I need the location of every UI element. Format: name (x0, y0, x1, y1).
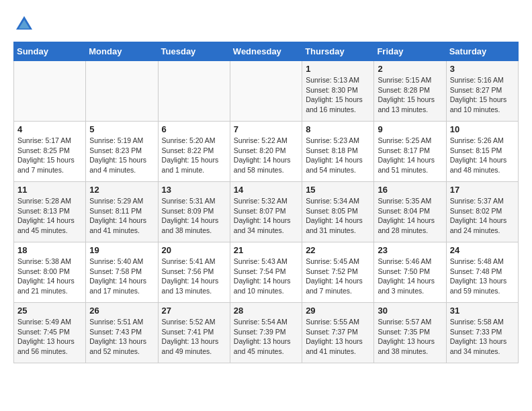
calendar-cell: 23Sunrise: 5:46 AMSunset: 7:50 PMDayligh… (374, 242, 446, 303)
calendar-cell: 1Sunrise: 5:13 AMSunset: 8:30 PMDaylight… (302, 61, 374, 122)
day-info: Sunrise: 5:17 AMSunset: 8:25 PMDaylight:… (17, 136, 82, 175)
day-info: Sunrise: 5:41 AMSunset: 7:56 PMDaylight:… (162, 257, 226, 296)
day-number: 17 (450, 185, 515, 195)
day-info: Sunrise: 5:22 AMSunset: 8:20 PMDaylight:… (234, 136, 298, 175)
calendar-header-thursday: Thursday (302, 42, 374, 61)
calendar-cell: 19Sunrise: 5:40 AMSunset: 7:58 PMDayligh… (86, 242, 158, 303)
day-number: 19 (89, 245, 154, 255)
day-info: Sunrise: 5:43 AMSunset: 7:54 PMDaylight:… (234, 257, 298, 296)
day-number: 14 (234, 185, 298, 195)
day-info: Sunrise: 5:35 AMSunset: 8:04 PMDaylight:… (378, 196, 442, 236)
day-info: Sunrise: 5:37 AMSunset: 8:02 PMDaylight:… (450, 196, 515, 236)
day-number: 25 (17, 306, 82, 316)
calendar-cell: 9Sunrise: 5:25 AMSunset: 8:17 PMDaylight… (374, 122, 446, 182)
calendar-cell: 3Sunrise: 5:16 AMSunset: 8:27 PMDaylight… (446, 61, 518, 122)
day-number: 22 (306, 245, 370, 255)
calendar-header-sunday: Sunday (14, 42, 86, 61)
calendar-cell (158, 61, 230, 122)
day-info: Sunrise: 5:15 AMSunset: 8:28 PMDaylight:… (378, 75, 442, 115)
day-info: Sunrise: 5:55 AMSunset: 7:37 PMDaylight:… (306, 317, 370, 357)
day-info: Sunrise: 5:52 AMSunset: 7:41 PMDaylight:… (162, 317, 226, 357)
calendar-cell: 18Sunrise: 5:38 AMSunset: 8:00 PMDayligh… (14, 242, 86, 303)
calendar-cell: 14Sunrise: 5:32 AMSunset: 8:07 PMDayligh… (230, 182, 302, 242)
calendar-header-wednesday: Wednesday (230, 42, 302, 61)
calendar-cell: 12Sunrise: 5:29 AMSunset: 8:11 PMDayligh… (86, 182, 158, 242)
day-info: Sunrise: 5:26 AMSunset: 8:15 PMDaylight:… (450, 136, 515, 175)
logo (13, 13, 38, 35)
calendar-cell: 7Sunrise: 5:22 AMSunset: 8:20 PMDaylight… (230, 122, 302, 182)
day-info: Sunrise: 5:48 AMSunset: 7:48 PMDaylight:… (450, 257, 515, 296)
calendar-cell (230, 61, 302, 122)
calendar-cell: 16Sunrise: 5:35 AMSunset: 8:04 PMDayligh… (374, 182, 446, 242)
day-number: 1 (306, 64, 370, 74)
calendar-cell: 30Sunrise: 5:57 AMSunset: 7:35 PMDayligh… (374, 303, 446, 363)
day-number: 28 (234, 306, 298, 316)
day-info: Sunrise: 5:34 AMSunset: 8:05 PMDaylight:… (306, 196, 370, 236)
day-number: 21 (234, 245, 298, 255)
day-number: 26 (89, 306, 154, 316)
day-info: Sunrise: 5:51 AMSunset: 7:43 PMDaylight:… (89, 317, 154, 357)
day-number: 11 (17, 185, 82, 195)
calendar-week-row: 11Sunrise: 5:28 AMSunset: 8:13 PMDayligh… (14, 182, 519, 242)
day-number: 12 (89, 185, 154, 195)
calendar-header-friday: Friday (374, 42, 446, 61)
calendar-cell: 13Sunrise: 5:31 AMSunset: 8:09 PMDayligh… (158, 182, 230, 242)
day-number: 2 (378, 64, 442, 74)
day-number: 15 (306, 185, 370, 195)
calendar-cell: 8Sunrise: 5:23 AMSunset: 8:18 PMDaylight… (302, 122, 374, 182)
day-info: Sunrise: 5:23 AMSunset: 8:18 PMDaylight:… (306, 136, 370, 175)
day-info: Sunrise: 5:28 AMSunset: 8:13 PMDaylight:… (17, 196, 82, 236)
day-info: Sunrise: 5:29 AMSunset: 8:11 PMDaylight:… (89, 196, 154, 236)
calendar-header-saturday: Saturday (446, 42, 518, 61)
calendar-cell: 24Sunrise: 5:48 AMSunset: 7:48 PMDayligh… (446, 242, 518, 303)
day-info: Sunrise: 5:16 AMSunset: 8:27 PMDaylight:… (450, 75, 515, 115)
calendar-cell: 22Sunrise: 5:45 AMSunset: 7:52 PMDayligh… (302, 242, 374, 303)
header (13, 13, 519, 35)
day-number: 20 (162, 245, 226, 255)
calendar-cell: 26Sunrise: 5:51 AMSunset: 7:43 PMDayligh… (86, 303, 158, 363)
day-number: 4 (17, 124, 82, 134)
day-number: 6 (162, 124, 226, 134)
calendar-cell: 21Sunrise: 5:43 AMSunset: 7:54 PMDayligh… (230, 242, 302, 303)
day-number: 9 (378, 124, 442, 134)
day-number: 8 (306, 124, 370, 134)
day-info: Sunrise: 5:38 AMSunset: 8:00 PMDaylight:… (17, 257, 82, 296)
day-number: 10 (450, 124, 515, 134)
day-number: 3 (450, 64, 515, 74)
logo-icon (13, 13, 35, 35)
calendar-cell: 15Sunrise: 5:34 AMSunset: 8:05 PMDayligh… (302, 182, 374, 242)
day-info: Sunrise: 5:32 AMSunset: 8:07 PMDaylight:… (234, 196, 298, 236)
day-info: Sunrise: 5:49 AMSunset: 7:45 PMDaylight:… (17, 317, 82, 357)
day-info: Sunrise: 5:57 AMSunset: 7:35 PMDaylight:… (378, 317, 442, 357)
calendar-cell: 29Sunrise: 5:55 AMSunset: 7:37 PMDayligh… (302, 303, 374, 363)
calendar-week-row: 1Sunrise: 5:13 AMSunset: 8:30 PMDaylight… (14, 61, 519, 122)
calendar-week-row: 18Sunrise: 5:38 AMSunset: 8:00 PMDayligh… (14, 242, 519, 303)
calendar-header-row: SundayMondayTuesdayWednesdayThursdayFrid… (14, 42, 519, 61)
day-number: 24 (450, 245, 515, 255)
day-info: Sunrise: 5:58 AMSunset: 7:33 PMDaylight:… (450, 317, 515, 357)
calendar-cell: 6Sunrise: 5:20 AMSunset: 8:22 PMDaylight… (158, 122, 230, 182)
calendar-cell: 5Sunrise: 5:19 AMSunset: 8:23 PMDaylight… (86, 122, 158, 182)
calendar-cell: 17Sunrise: 5:37 AMSunset: 8:02 PMDayligh… (446, 182, 518, 242)
day-number: 29 (306, 306, 370, 316)
calendar-week-row: 25Sunrise: 5:49 AMSunset: 7:45 PMDayligh… (14, 303, 519, 363)
calendar-cell: 25Sunrise: 5:49 AMSunset: 7:45 PMDayligh… (14, 303, 86, 363)
calendar-cell: 4Sunrise: 5:17 AMSunset: 8:25 PMDaylight… (14, 122, 86, 182)
calendar-header-monday: Monday (86, 42, 158, 61)
calendar-week-row: 4Sunrise: 5:17 AMSunset: 8:25 PMDaylight… (14, 122, 519, 182)
day-number: 7 (234, 124, 298, 134)
day-number: 31 (450, 306, 515, 316)
calendar-cell: 11Sunrise: 5:28 AMSunset: 8:13 PMDayligh… (14, 182, 86, 242)
calendar-cell: 10Sunrise: 5:26 AMSunset: 8:15 PMDayligh… (446, 122, 518, 182)
calendar-cell: 31Sunrise: 5:58 AMSunset: 7:33 PMDayligh… (446, 303, 518, 363)
day-number: 5 (89, 124, 154, 134)
day-info: Sunrise: 5:45 AMSunset: 7:52 PMDaylight:… (306, 257, 370, 296)
calendar-cell: 28Sunrise: 5:54 AMSunset: 7:39 PMDayligh… (230, 303, 302, 363)
day-number: 16 (378, 185, 442, 195)
day-number: 27 (162, 306, 226, 316)
day-number: 30 (378, 306, 442, 316)
calendar-cell (86, 61, 158, 122)
day-number: 13 (162, 185, 226, 195)
day-info: Sunrise: 5:13 AMSunset: 8:30 PMDaylight:… (306, 75, 370, 115)
calendar-table: SundayMondayTuesdayWednesdayThursdayFrid… (13, 42, 519, 363)
